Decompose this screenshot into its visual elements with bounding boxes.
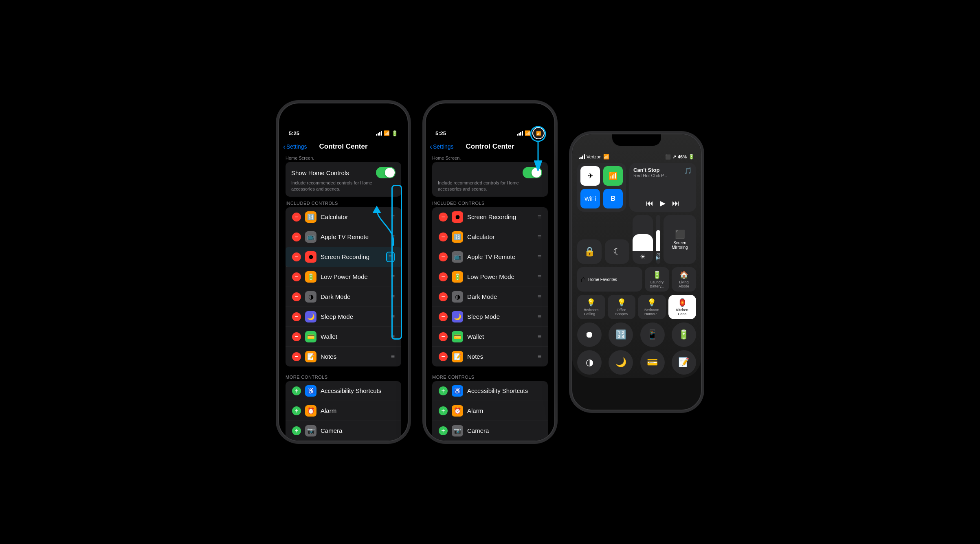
- bedroom-home-tile[interactable]: 💡 Bedroom HomeP...: [638, 295, 666, 319]
- minus-btn[interactable]: −: [439, 252, 448, 261]
- minus-btn[interactable]: −: [292, 332, 301, 341]
- minus-btn[interactable]: −: [292, 252, 301, 261]
- plus-btn[interactable]: +: [292, 386, 301, 395]
- wifi-btn[interactable]: WiFi: [580, 189, 600, 208]
- control-icon-power2: 🔋: [452, 271, 463, 283]
- minus-btn[interactable]: −: [292, 292, 301, 301]
- dark-mode-btn[interactable]: ◑: [577, 350, 602, 375]
- list-item: − 📺 Apple TV Remote ≡: [432, 247, 548, 267]
- plus-btn[interactable]: +: [439, 386, 448, 395]
- minus-btn[interactable]: −: [439, 312, 448, 321]
- lock-rotation-tile[interactable]: 🔒: [577, 239, 602, 264]
- minus-btn[interactable]: −: [439, 233, 448, 241]
- record-btn[interactable]: ⏺: [577, 322, 602, 347]
- rewind-btn[interactable]: ⏮: [646, 199, 653, 208]
- drag-handle[interactable]: ≡: [538, 333, 541, 340]
- minus-btn[interactable]: −: [292, 312, 301, 321]
- minus-btn[interactable]: −: [439, 292, 448, 301]
- more-section2: MORE CONTROLS: [426, 371, 554, 381]
- drag-handle[interactable]: ≡: [538, 273, 541, 281]
- control-icon-notes1: 📝: [305, 351, 316, 362]
- plus-btn[interactable]: +: [292, 426, 301, 435]
- calculator-btn[interactable]: 🔢: [609, 322, 633, 347]
- cc-row1: ✈ 📶 WiFi B Can't Stop Red: [577, 163, 696, 212]
- bar3: [379, 132, 380, 136]
- toggle-knob1: [385, 168, 395, 178]
- notch2: [466, 103, 514, 115]
- control-name: Dark Mode: [467, 293, 534, 300]
- cc-arrow-icon: ↗: [672, 154, 676, 160]
- svg-point-2: [531, 127, 545, 141]
- control-name: Alarm: [467, 407, 541, 414]
- living-abode-tile[interactable]: 🏠 Living Abode: [672, 267, 696, 292]
- list-item: − 🔋 Low Power Mode ≡: [286, 267, 401, 287]
- control-name: Alarm: [321, 407, 395, 414]
- drag-handle[interactable]: ≡: [538, 213, 541, 221]
- drag-handle[interactable]: ≡: [538, 253, 541, 261]
- battery-btn[interactable]: 🔋: [672, 322, 696, 347]
- network-tile[interactable]: ✈ 📶 WiFi B: [577, 163, 626, 212]
- cc-status-bar: Verizon 📶 ⬛ ↗ 46% 🔋: [572, 152, 701, 160]
- volume-tile[interactable]: 🔊: [656, 215, 660, 264]
- control-name: Low Power Mode: [467, 273, 534, 280]
- control-name: Sleep Mode: [467, 313, 534, 320]
- cc-carrier: Verizon 📶: [579, 154, 609, 160]
- cellular-btn[interactable]: 📶: [603, 166, 623, 186]
- brightness-icon: ☀: [640, 253, 646, 261]
- list-item: + ⏰ Alarm: [432, 401, 548, 421]
- minus-btn[interactable]: −: [292, 272, 301, 281]
- nav-back1[interactable]: ‹ Settings: [283, 143, 307, 150]
- home-favorites-tile[interactable]: ⌂ Home Favorites: [577, 267, 642, 292]
- media-artist: Red Hot Chili P...: [633, 173, 667, 178]
- brightness-tile[interactable]: ☀: [633, 215, 653, 264]
- control-name: Sleep Mode: [321, 313, 387, 320]
- minus-btn[interactable]: −: [439, 213, 448, 222]
- office-shapes-tile[interactable]: 💡 Office Shapes: [608, 295, 636, 319]
- screen-mirroring-tile[interactable]: ⬛ Screen Mirroring: [664, 215, 696, 264]
- toggle-switch1[interactable]: [376, 167, 396, 178]
- status-bar1: 5:25 📶 🔋: [279, 121, 408, 139]
- list-item: − ◑ Dark Mode ≡: [432, 287, 548, 307]
- back-chevron1: ‹: [283, 143, 286, 150]
- sleep-btn[interactable]: 🌙: [609, 350, 633, 375]
- minus-btn[interactable]: −: [439, 332, 448, 341]
- airplay-icon[interactable]: 🎵: [684, 167, 692, 175]
- control-icon-wallet2: 💳: [452, 331, 463, 342]
- included-list2: − ⏺ Screen Recording ≡ − 🔢 Calculator ≡: [432, 207, 548, 366]
- control-icon-dark2: ◑: [452, 291, 463, 303]
- control-icon-rec1: ⏺: [305, 251, 316, 263]
- minus-btn[interactable]: −: [292, 213, 301, 222]
- toggle-subtext2: Include recommended controls for Home ac…: [438, 180, 542, 192]
- drag-handle[interactable]: ≡: [538, 313, 541, 320]
- do-not-disturb-tile[interactable]: ☾: [605, 239, 629, 264]
- cc-airplay-icon: ⬛: [665, 154, 671, 160]
- forward-btn[interactable]: ⏭: [672, 199, 679, 208]
- drag-handle[interactable]: ≡: [538, 353, 541, 360]
- minus-btn[interactable]: −: [439, 272, 448, 281]
- control-name: Screen Recording: [321, 253, 382, 260]
- minus-btn[interactable]: −: [439, 352, 448, 361]
- bedroom-ceiling-tile[interactable]: 💡 Bedroom Ceiling...: [577, 295, 605, 319]
- plus-btn[interactable]: +: [439, 406, 448, 415]
- list-item: − 💳 Wallet ≡: [432, 327, 548, 347]
- notes-btn[interactable]: 📝: [672, 350, 696, 375]
- toggle-row1: Show Home Controls Include recommended c…: [286, 162, 401, 197]
- minus-btn[interactable]: −: [292, 233, 301, 241]
- blue-arrow-annotation1: [369, 205, 401, 254]
- minus-btn[interactable]: −: [292, 352, 301, 361]
- remote-btn[interactable]: 📱: [640, 322, 665, 347]
- list-item: + ⏰ Alarm: [286, 401, 401, 421]
- airplane-btn[interactable]: ✈: [580, 166, 600, 186]
- play-btn[interactable]: ▶: [660, 199, 666, 208]
- kitchen-cans-tile[interactable]: 🏮 Kitchen Cans: [668, 295, 697, 319]
- wallet-btn[interactable]: 💳: [640, 350, 665, 375]
- plus-btn[interactable]: +: [439, 426, 448, 435]
- drag-handle[interactable]: ≡: [391, 353, 395, 360]
- drag-handle[interactable]: ≡: [538, 293, 541, 301]
- laundry-battery-tile[interactable]: 🔋 Laundry Battery...: [645, 267, 669, 292]
- bluetooth-btn[interactable]: B: [603, 189, 623, 208]
- home-favorites-label: Home Favorites: [588, 277, 617, 282]
- plus-btn[interactable]: +: [292, 406, 301, 415]
- drag-handle[interactable]: ≡: [538, 233, 541, 241]
- nav-back2[interactable]: ‹ Settings: [430, 143, 454, 150]
